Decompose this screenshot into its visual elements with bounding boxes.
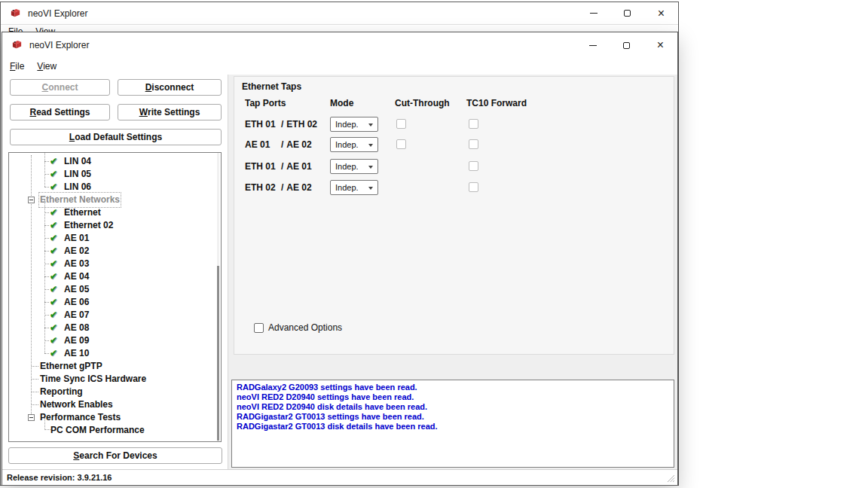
tree-item-ae-05[interactable]: ✔AE 05 [9, 283, 221, 296]
window-title: neoVI Explorer [28, 8, 87, 19]
minimize-button[interactable] [576, 32, 610, 58]
tree-item-ethernet-networks[interactable]: Ethernet Networks [9, 194, 221, 206]
close-button[interactable]: × [644, 2, 678, 24]
tree-connector [32, 392, 38, 392]
titlebar[interactable]: neoVI Explorer × [2, 32, 677, 58]
advanced-options-label: Advanced Options [268, 322, 342, 333]
tree-item-ae-08[interactable]: ✔AE 08 [9, 322, 221, 334]
read-settings-button[interactable]: Read Settings [10, 104, 110, 120]
tree-item-ethernet[interactable]: ✔Ethernet [9, 206, 221, 219]
tree-item-ae-09[interactable]: ✔AE 09 [9, 334, 221, 347]
tree-connector [32, 366, 38, 367]
advanced-options-checkbox[interactable] [254, 323, 264, 333]
enabled-check-icon: ✔ [50, 334, 57, 347]
tree-item-label: AE 09 [64, 334, 89, 347]
tree-scrollbar[interactable] [217, 153, 219, 441]
cut-through-checkbox[interactable] [396, 119, 406, 129]
cut-through-checkbox[interactable] [396, 139, 406, 149]
window-title: neoVI Explorer [29, 40, 89, 50]
tree-item-ae-01[interactable]: ✔AE 01 [9, 232, 221, 245]
write-settings-button[interactable]: Write Settings [118, 104, 222, 120]
menu-file[interactable]: File [10, 61, 24, 72]
mode-select[interactable]: Indep. [330, 117, 378, 132]
mode-select-value: Indep. [335, 120, 359, 129]
tree-item-ae-10[interactable]: ✔AE 10 [9, 347, 221, 360]
ethernet-taps-group: Ethernet Taps Tap Ports Mode Cut-Through… [234, 76, 674, 355]
tree-item-performance-tests[interactable]: Performance Tests [9, 411, 221, 424]
enabled-check-icon: ✔ [50, 219, 57, 232]
tree-item-ae-02[interactable]: ✔AE 02 [9, 245, 221, 258]
minimize-button[interactable] [576, 2, 610, 24]
enabled-check-icon: ✔ [50, 258, 57, 270]
tree-scrollbar-thumb[interactable] [217, 266, 219, 441]
advanced-options[interactable]: Advanced Options [254, 322, 342, 334]
tree-item-label: PC COM Performance [50, 424, 145, 437]
tree-item-label: Time Sync ICS Hardware [40, 373, 146, 386]
tree-item-ethernet-gptp[interactable]: Ethernet gPTP [9, 360, 221, 373]
tc10-forward-checkbox[interactable] [469, 161, 478, 171]
tc10-forward-checkbox[interactable] [469, 182, 478, 192]
resize-grip[interactable] [667, 474, 675, 483]
column-header-tc10-forward: TC10 Forward [466, 98, 527, 108]
tree-item-label: AE 02 [64, 245, 89, 258]
tree-connector [44, 276, 49, 277]
disconnect-button[interactable]: Disconnect [118, 79, 222, 96]
tree-connector [44, 212, 49, 213]
tree-item-pc-com-performance[interactable]: PC COM Performance [9, 424, 221, 437]
tree-item-ethernet-02[interactable]: ✔Ethernet 02 [9, 219, 221, 232]
tree-item-lin-06[interactable]: ✔LIN 06 [9, 181, 221, 194]
maximize-button[interactable] [610, 2, 644, 24]
screen: neoVI Explorer × File View neoVI Exp [0, 0, 868, 488]
tap-row-eth-01-ae-01: ETH 01/AE 01Indep. [234, 159, 674, 174]
tap-row-eth-01-eth-02: ETH 01/ETH 02Indep. [234, 117, 674, 132]
mode-select[interactable]: Indep. [330, 180, 378, 195]
load-default-settings-button[interactable]: Load Default Settings [10, 129, 222, 145]
menu-view[interactable]: View [37, 61, 57, 72]
tree-item-ae-04[interactable]: ✔AE 04 [9, 270, 221, 283]
tree-item-lin-04[interactable]: ✔LIN 04 [9, 155, 221, 168]
log-line: neoVI RED2 D20940 disk details have been… [237, 402, 669, 412]
collapse-minus-icon[interactable] [28, 197, 35, 203]
tap-ports-label: ETH 02/AE 02 [245, 180, 312, 195]
tree-item-label: Ethernet [64, 206, 101, 219]
tree-item-ae-07[interactable]: ✔AE 07 [9, 309, 221, 322]
tree-connector [44, 174, 49, 175]
search-for-devices-button[interactable]: Search For Devices [8, 447, 222, 464]
column-header-cut-through: Cut-Through [395, 98, 450, 108]
tree-item-ae-06[interactable]: ✔AE 06 [9, 296, 221, 309]
tc10-forward-checkbox[interactable] [469, 119, 478, 129]
tap-ports-label: ETH 01/AE 01 [245, 159, 312, 174]
tree-item-label: AE 04 [64, 270, 89, 283]
close-button[interactable]: × [643, 32, 677, 58]
tree-item-ae-03[interactable]: ✔AE 03 [9, 258, 221, 270]
tree-connector [44, 302, 49, 303]
mode-select-value: Indep. [335, 162, 359, 171]
tree-connector [44, 328, 49, 328]
neovi-explorer-window: neoVI Explorer × File View Connect Disco… [2, 32, 678, 486]
enabled-check-icon: ✔ [50, 347, 57, 360]
enabled-check-icon: ✔ [50, 245, 57, 258]
collapse-minus-icon[interactable] [28, 414, 35, 421]
enabled-check-icon: ✔ [50, 296, 57, 309]
device-tree: ✔LIN 04✔LIN 05✔LIN 06Ethernet Networks✔E… [8, 152, 222, 442]
tap-ports-label: ETH 01/ETH 02 [245, 117, 317, 132]
tree-item-label: AE 06 [64, 296, 89, 309]
tree-item-reporting[interactable]: Reporting [9, 386, 221, 398]
status-text: Release revision: 3.9.21.16 [7, 473, 112, 482]
enabled-check-icon: ✔ [50, 232, 57, 245]
mode-select[interactable]: Indep. [330, 137, 378, 152]
tree-item-label: AE 01 [64, 232, 89, 245]
enabled-check-icon: ✔ [50, 270, 57, 283]
tc10-forward-checkbox[interactable] [469, 139, 478, 149]
tree-item-label: Performance Tests [40, 411, 121, 424]
tree-connector [44, 238, 49, 239]
tree-item-lin-05[interactable]: ✔LIN 05 [9, 168, 221, 181]
tree-item-time-sync-ics-hardware[interactable]: Time Sync ICS Hardware [9, 373, 221, 386]
tap-ports-label: AE 01/AE 02 [245, 137, 312, 152]
mode-select[interactable]: Indep. [330, 159, 378, 174]
tree-item-network-enables[interactable]: Network Enables [9, 398, 221, 411]
back-titlebar[interactable]: neoVI Explorer × [1, 2, 678, 25]
connect-button[interactable]: Connect [10, 79, 110, 96]
enabled-check-icon: ✔ [50, 181, 57, 194]
maximize-button[interactable] [610, 32, 643, 58]
